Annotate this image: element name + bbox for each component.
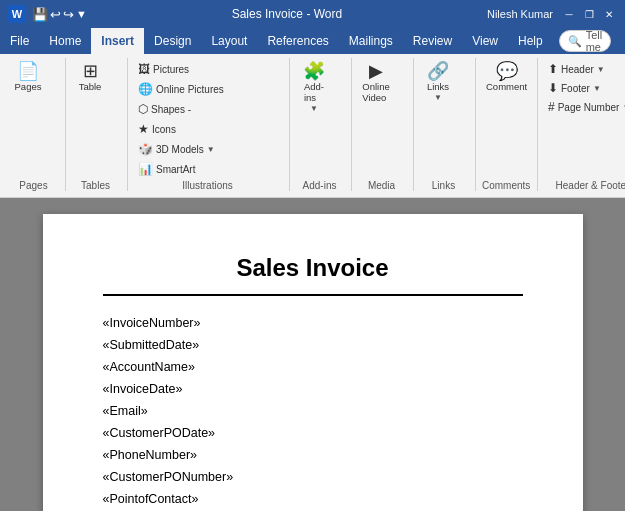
ribbon-tabs: File Home Insert Design Layout Reference… [0,28,625,54]
header-footer-label: Header & Footer [544,178,625,191]
online-video-button[interactable]: ▶ OnlineVideo [358,60,394,105]
restore-button[interactable]: ❐ [581,6,597,22]
tab-review[interactable]: Review [403,28,462,54]
tab-layout[interactable]: Layout [201,28,257,54]
ribbon-group-addins: 🧩 Add-ins ▼ Add-ins [292,58,352,191]
list-item: «CustomerPODate» [103,422,523,444]
list-item: «InvoiceDate» [103,378,523,400]
3d-models-chevron: ▼ [207,145,215,154]
ribbon-group-tables: ⊞ Table Tables [68,58,128,191]
comments-label: Comments [482,178,529,191]
page-number-icon: # [548,100,555,114]
title-bar-right: Nilesh Kumar ─ ❐ ✕ [487,6,617,22]
online-pictures-button[interactable]: 🌐 Online Pictures [134,80,228,98]
list-item: «InvoiceNumber» [103,312,523,334]
3d-models-button[interactable]: 🎲 3D Models ▼ [134,140,219,158]
title-bar-left: W 💾 ↩ ↪ ▼ [8,5,87,23]
tab-view[interactable]: View [462,28,508,54]
field-list: «InvoiceNumber»«SubmittedDate»«AccountNa… [103,312,523,511]
ribbon-content: 📄 Pages Pages ⊞ Table Tables 🖼 Pictures … [0,54,625,198]
tab-design[interactable]: Design [144,28,201,54]
tab-mailings[interactable]: Mailings [339,28,403,54]
share-button[interactable]: Share [617,30,625,52]
list-item: «CustomerPONumber» [103,466,523,488]
tab-insert[interactable]: Insert [91,28,144,54]
addins-chevron: ▼ [310,104,318,113]
links-items: 🔗 Links ▼ [420,58,456,178]
title-bar: W 💾 ↩ ↪ ▼ Sales Invoice - Word Nilesh Ku… [0,0,625,28]
header-icon: ⬆ [548,62,558,76]
user-name: Nilesh Kumar [487,8,553,20]
footer-chevron: ▼ [593,84,601,93]
ribbon-group-comments: 💬 Comment Comments [478,58,538,191]
document-area: Sales Invoice «InvoiceNumber»«SubmittedD… [0,198,625,511]
undo-redo: 💾 ↩ ↪ ▼ [32,7,87,22]
icons-button[interactable]: ★ Icons [134,120,219,138]
undo-icon[interactable]: ↩ [50,7,61,22]
document-page: Sales Invoice «InvoiceNumber»«SubmittedD… [43,214,583,511]
footer-icon: ⬇ [548,81,558,95]
pages-icon: 📄 [17,62,39,80]
comment-button[interactable]: 💬 Comment [482,60,531,94]
pictures-icon: 🖼 [138,62,150,76]
document-divider [103,294,523,296]
icons-icon: ★ [138,122,149,136]
links-label: Links [420,178,467,191]
list-item: «Email» [103,400,523,422]
table-icon: ⊞ [83,62,98,80]
header-button[interactable]: ⬆ Header ▼ [544,60,609,78]
tell-me-label: Tell me [586,29,603,53]
list-item: «AccountName» [103,356,523,378]
tab-help[interactable]: Help [508,28,553,54]
pages-label: Pages [10,178,57,191]
list-item: «PointofContact» [103,488,523,510]
document-title: Sales Invoice [103,254,523,282]
media-items: ▶ OnlineVideo [358,58,394,178]
tell-me-input[interactable]: 🔍 Tell me [559,30,612,52]
ribbon-group-pages: 📄 Pages Pages [6,58,66,191]
footer-button[interactable]: ⬇ Footer ▼ [544,79,605,97]
smartart-icon: 📊 [138,162,153,176]
pages-items: 📄 Pages [10,58,46,178]
smartart-button[interactable]: 📊 SmartArt [134,160,219,178]
tab-references[interactable]: References [257,28,338,54]
close-button[interactable]: ✕ [601,6,617,22]
save-icon[interactable]: 💾 [32,7,48,22]
illustrations-label: Illustrations [134,178,281,191]
header-footer-items: ⬆ Header ▼ ⬇ Footer ▼ # Page Number ▼ [544,58,625,178]
header-chevron: ▼ [597,65,605,74]
addins-label: Add-ins [296,178,343,191]
addins-button[interactable]: 🧩 Add-ins ▼ [296,60,332,115]
media-label: Media [358,178,405,191]
shapes-icon: ⬡ [138,102,148,116]
online-pictures-icon: 🌐 [138,82,153,96]
links-chevron: ▼ [434,93,442,102]
shapes-button[interactable]: ⬡ Shapes - [134,100,228,118]
list-item: «PhoneNumber» [103,444,523,466]
3d-models-icon: 🎲 [138,142,153,156]
page-number-button[interactable]: # Page Number ▼ [544,98,625,116]
comments-items: 💬 Comment [482,58,531,178]
tab-file[interactable]: File [0,28,39,54]
illustrations-items: 🖼 Pictures 🌐 Online Pictures ⬡ Shapes - … [134,58,281,178]
ribbon-group-links: 🔗 Links ▼ Links [416,58,476,191]
redo-icon[interactable]: ↪ [63,7,74,22]
addins-items: 🧩 Add-ins ▼ [296,58,332,178]
tables-label: Tables [72,178,119,191]
tab-home[interactable]: Home [39,28,91,54]
window-controls: ─ ❐ ✕ [561,6,617,22]
comment-icon: 💬 [496,62,518,80]
title-bar-title: Sales Invoice - Word [87,7,487,21]
table-button[interactable]: ⊞ Table [72,60,108,94]
links-icon: 🔗 [427,62,449,80]
pages-button[interactable]: 📄 Pages [10,60,46,94]
search-icon: 🔍 [568,35,582,48]
links-button[interactable]: 🔗 Links ▼ [420,60,456,104]
minimize-button[interactable]: ─ [561,6,577,22]
ribbon-group-header-footer: ⬆ Header ▼ ⬇ Footer ▼ # Page Number ▼ He… [540,58,625,191]
pictures-button[interactable]: 🖼 Pictures [134,60,228,78]
customize-icon[interactable]: ▼ [76,8,87,20]
tables-items: ⊞ Table [72,58,108,178]
word-icon: W [8,5,26,23]
addins-icon: 🧩 [303,62,325,80]
